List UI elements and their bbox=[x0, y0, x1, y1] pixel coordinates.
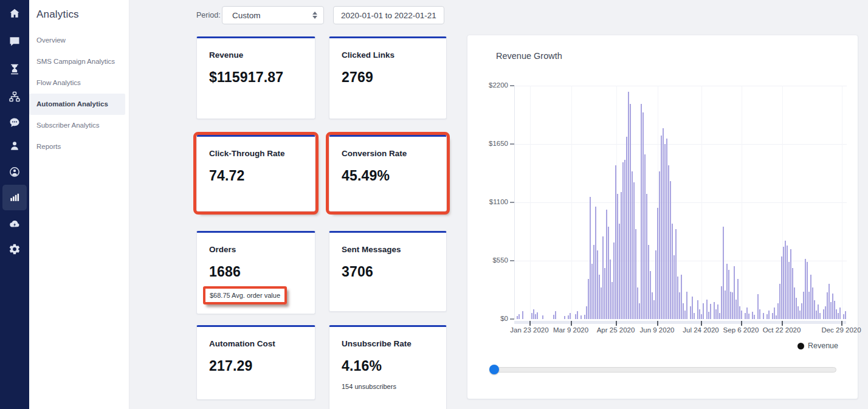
analytics-sidebar: Analytics OverviewSMS Campaign Analytics… bbox=[29, 0, 129, 409]
revenue-bar bbox=[657, 208, 658, 319]
revenue-bar bbox=[564, 316, 565, 319]
date-range-input[interactable] bbox=[333, 6, 444, 24]
revenue-bar bbox=[586, 306, 587, 319]
metric-title: Sent Messages bbox=[342, 245, 434, 254]
chart-title: Revenue Growth bbox=[496, 51, 562, 61]
icon-rail bbox=[0, 0, 29, 409]
y-tick bbox=[510, 318, 514, 320]
sidebar-item-automation-analytics[interactable]: Automation Analytics bbox=[29, 94, 125, 115]
cloud-bolt-icon[interactable] bbox=[2, 211, 27, 236]
period-select[interactable]: Custom bbox=[222, 6, 324, 24]
chart-range-slider-track[interactable] bbox=[490, 367, 836, 373]
revenue-bar bbox=[601, 287, 602, 319]
revenue-bar bbox=[531, 313, 532, 319]
metric-value: 45.49% bbox=[342, 168, 434, 184]
revenue-bar bbox=[827, 292, 828, 319]
sidebar-item-flow-analytics[interactable]: Flow Analytics bbox=[29, 72, 125, 94]
revenue-bar bbox=[766, 314, 768, 319]
revenue-bar bbox=[580, 315, 582, 319]
revenue-bar bbox=[593, 245, 594, 319]
revenue-bar bbox=[641, 104, 642, 319]
revenue-bar bbox=[604, 268, 605, 319]
metric-card-orders: Orders1686$68.75 Avg. order value bbox=[196, 231, 315, 314]
metric-title: Conversion Rate bbox=[342, 149, 434, 158]
revenue-bar bbox=[843, 314, 844, 319]
revenue-bar bbox=[734, 266, 735, 319]
y-axis-label: $2200 bbox=[472, 81, 508, 89]
hourglass-icon[interactable] bbox=[2, 57, 27, 82]
revenue-bar bbox=[777, 303, 779, 319]
revenue-bar bbox=[615, 165, 616, 319]
sidebar-item-overview[interactable]: Overview bbox=[29, 30, 125, 51]
metric-value: 217.29 bbox=[209, 358, 303, 374]
revenue-bar bbox=[810, 275, 811, 319]
revenue-bar bbox=[517, 316, 518, 319]
bar-chart-icon[interactable] bbox=[2, 185, 27, 210]
metric-value: 2769 bbox=[342, 69, 434, 86]
revenue-bar bbox=[595, 207, 596, 319]
revenue-bar bbox=[710, 304, 711, 319]
metric-subtitle: $68.75 Avg. order value bbox=[203, 286, 287, 304]
revenue-bar bbox=[555, 311, 556, 319]
revenue-bar bbox=[606, 210, 607, 319]
revenue-bar bbox=[788, 262, 790, 319]
home-icon[interactable] bbox=[2, 1, 27, 26]
revenue-bar bbox=[823, 309, 824, 319]
chat-dots-icon[interactable] bbox=[2, 110, 27, 136]
metric-cards-grid: Revenue$115917.87Clicked Links2769Click-… bbox=[196, 36, 447, 409]
person-circle-icon[interactable] bbox=[2, 159, 27, 185]
revenue-bar bbox=[663, 128, 664, 319]
gridline bbox=[701, 86, 702, 319]
revenue-bar bbox=[794, 287, 795, 319]
revenue-bar bbox=[568, 315, 569, 319]
revenue-bar bbox=[730, 292, 731, 319]
revenue-bar bbox=[717, 304, 718, 319]
revenue-bar bbox=[772, 313, 773, 319]
revenue-bar bbox=[670, 181, 671, 319]
revenue-bar bbox=[814, 300, 815, 319]
gear-icon[interactable] bbox=[2, 236, 27, 262]
gridline bbox=[515, 144, 847, 145]
revenue-bar bbox=[659, 171, 660, 319]
revenue-bar bbox=[845, 311, 846, 319]
revenue-bar bbox=[739, 306, 740, 319]
person-icon[interactable] bbox=[2, 133, 27, 159]
revenue-bar bbox=[776, 315, 777, 319]
revenue-bar bbox=[754, 315, 755, 319]
revenue-bar bbox=[805, 259, 806, 319]
revenue-bar bbox=[735, 300, 737, 319]
chart-legend: Revenue bbox=[797, 342, 838, 350]
y-axis-label: $550 bbox=[472, 256, 508, 264]
revenue-bar bbox=[828, 284, 830, 319]
chart-range-slider-handle[interactable] bbox=[489, 365, 499, 374]
sidebar-nav-list: OverviewSMS Campaign AnalyticsFlow Analy… bbox=[29, 30, 129, 157]
revenue-bar bbox=[783, 247, 784, 319]
revenue-bar bbox=[819, 313, 821, 319]
revenue-bar bbox=[796, 298, 797, 319]
gridline bbox=[515, 86, 847, 86]
metric-title: Revenue bbox=[209, 50, 303, 60]
revenue-bar bbox=[726, 264, 728, 319]
revenue-bar bbox=[832, 294, 833, 319]
sidebar-item-sms-campaign-analytics[interactable]: SMS Campaign Analytics bbox=[29, 51, 125, 72]
gridline bbox=[742, 86, 742, 319]
x-axis-label: Oct 22 2020 bbox=[754, 326, 809, 334]
flow-icon[interactable] bbox=[2, 84, 27, 109]
revenue-bar bbox=[630, 104, 631, 319]
legend-label: Revenue bbox=[808, 342, 838, 350]
x-tick bbox=[529, 321, 531, 326]
y-axis-label: $1100 bbox=[472, 198, 508, 205]
revenue-bar bbox=[664, 144, 666, 319]
sidebar-item-subscriber-analytics[interactable]: Subscriber Analytics bbox=[29, 115, 125, 136]
y-tick bbox=[510, 85, 514, 86]
sidebar-item-reports[interactable]: Reports bbox=[29, 136, 125, 157]
revenue-bar bbox=[715, 309, 717, 319]
revenue-bar bbox=[692, 297, 693, 319]
revenue-bar bbox=[732, 292, 733, 319]
revenue-bar bbox=[633, 182, 635, 319]
revenue-bar bbox=[681, 275, 682, 319]
revenue-bar bbox=[622, 162, 624, 319]
chat-icon[interactable] bbox=[2, 29, 27, 54]
revenue-bar bbox=[748, 314, 749, 319]
revenue-bar bbox=[535, 314, 536, 319]
